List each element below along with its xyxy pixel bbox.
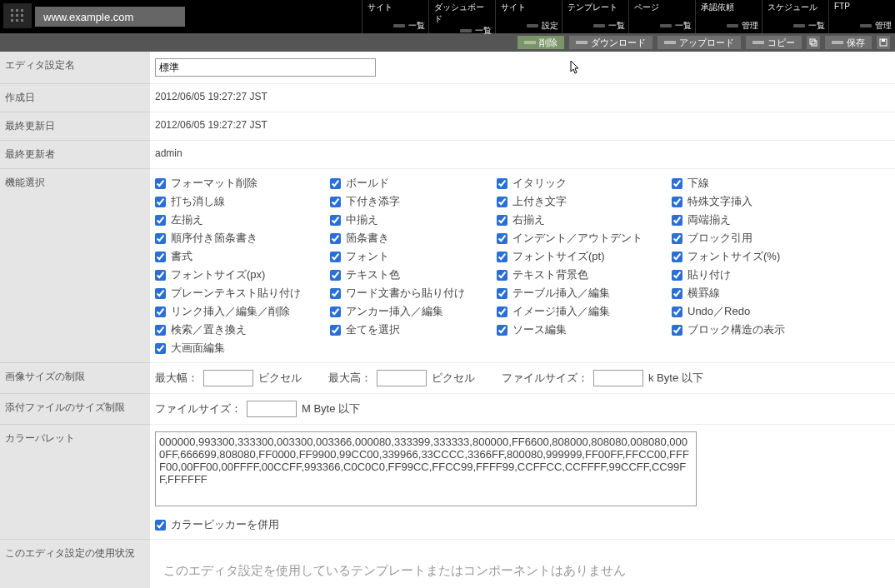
feature-item[interactable]: フォントサイズ(%) <box>672 249 838 264</box>
feature-item[interactable]: テーブル挿入／編集 <box>497 286 672 301</box>
feature-checkbox[interactable] <box>155 233 166 244</box>
feature-item[interactable]: イタリック <box>497 176 672 191</box>
feature-item[interactable]: ワード文書から貼り付け <box>330 286 497 301</box>
feature-item[interactable]: リンク挿入／編集／削除 <box>155 304 330 319</box>
feature-item[interactable]: 下付き添字 <box>330 194 497 209</box>
feature-item[interactable]: 右揃え <box>497 212 672 227</box>
feature-item[interactable]: 全てを選択 <box>330 322 497 337</box>
feature-checkbox[interactable] <box>497 215 508 226</box>
topnav-item-6[interactable]: スケジュール一覧 <box>762 0 828 33</box>
feature-item[interactable]: ブロック引用 <box>672 231 838 246</box>
feature-checkbox[interactable] <box>672 178 682 189</box>
feature-checkbox[interactable] <box>155 325 166 336</box>
feature-checkbox[interactable] <box>497 288 508 299</box>
feature-item[interactable]: プレーンテキスト貼り付け <box>155 286 330 301</box>
use-colorpicker-checkbox[interactable] <box>155 520 166 531</box>
attach-filesize-input[interactable] <box>247 401 297 417</box>
feature-item[interactable]: ソース編集 <box>497 322 672 337</box>
feature-checkbox[interactable] <box>330 325 341 336</box>
delete-button[interactable]: 削除 <box>518 36 564 49</box>
max-height-input[interactable] <box>377 370 427 386</box>
feature-checkbox[interactable] <box>497 252 508 262</box>
feature-checkbox[interactable] <box>330 270 341 281</box>
upload-button[interactable]: アップロード <box>658 36 741 49</box>
feature-item[interactable]: テキスト背景色 <box>497 267 672 282</box>
color-palette-textarea[interactable] <box>155 431 697 506</box>
feature-item[interactable]: 横罫線 <box>672 286 838 301</box>
save-button[interactable]: 保存 <box>825 36 872 49</box>
feature-checkbox[interactable] <box>672 252 682 262</box>
feature-checkbox[interactable] <box>155 306 166 317</box>
feature-checkbox[interactable] <box>497 178 508 189</box>
feature-checkbox[interactable] <box>497 270 508 281</box>
feature-item[interactable]: アンカー挿入／編集 <box>330 304 497 319</box>
feature-checkbox[interactable] <box>497 306 508 317</box>
feature-item[interactable]: 特殊文字挿入 <box>672 194 838 209</box>
feature-checkbox[interactable] <box>155 288 166 299</box>
feature-item[interactable]: 順序付き箇条書き <box>155 231 330 246</box>
feature-item[interactable]: 下線 <box>672 176 838 191</box>
feature-item[interactable]: フォントサイズ(px) <box>155 267 330 282</box>
topnav-item-2[interactable]: サイト設定 <box>495 0 562 33</box>
feature-checkbox[interactable] <box>155 270 166 281</box>
editor-name-input[interactable] <box>155 58 376 77</box>
feature-checkbox[interactable] <box>155 252 166 262</box>
topnav-item-3[interactable]: テンプレート一覧 <box>562 0 628 33</box>
svg-rect-6 <box>11 19 13 22</box>
feature-checkbox[interactable] <box>155 343 166 354</box>
feature-item[interactable]: イメージ挿入／編集 <box>497 304 672 319</box>
feature-checkbox[interactable] <box>672 233 682 244</box>
topnav-item-5[interactable]: 承認依頼管理 <box>695 0 762 33</box>
feature-checkbox[interactable] <box>672 215 682 226</box>
feature-checkbox[interactable] <box>330 252 341 262</box>
feature-checkbox[interactable] <box>330 215 341 226</box>
feature-checkbox[interactable] <box>330 178 341 189</box>
feature-checkbox[interactable] <box>497 197 508 207</box>
site-url[interactable]: www.example.com <box>35 7 185 27</box>
copy-button[interactable]: コピー <box>746 36 802 49</box>
feature-checkbox[interactable] <box>155 178 166 189</box>
app-logo-icon[interactable] <box>3 3 32 28</box>
save-icon[interactable] <box>877 36 890 49</box>
feature-checkbox[interactable] <box>155 197 166 207</box>
feature-item[interactable]: 左揃え <box>155 212 330 227</box>
feature-checkbox[interactable] <box>330 306 341 317</box>
feature-checkbox[interactable] <box>672 197 682 207</box>
mbyte-suffix: M Byte 以下 <box>302 401 360 416</box>
feature-item[interactable]: 両端揃え <box>672 212 838 227</box>
feature-item[interactable]: 検索／置き換え <box>155 322 330 337</box>
feature-item[interactable]: 箇条書き <box>330 231 497 246</box>
feature-item[interactable]: Undo／Redo <box>672 304 838 319</box>
feature-checkbox[interactable] <box>672 270 682 281</box>
feature-item[interactable]: 中揃え <box>330 212 497 227</box>
feature-checkbox[interactable] <box>672 306 682 317</box>
feature-item[interactable]: 大画面編集 <box>155 341 330 356</box>
feature-checkbox[interactable] <box>672 288 682 299</box>
topnav-item-7[interactable]: FTP管理 <box>828 0 895 33</box>
feature-item[interactable]: ボールド <box>330 176 497 191</box>
feature-checkbox[interactable] <box>672 325 682 336</box>
feature-item[interactable]: フォントサイズ(pt) <box>497 249 672 264</box>
feature-checkbox[interactable] <box>497 325 508 336</box>
feature-checkbox[interactable] <box>497 233 508 244</box>
feature-item[interactable]: テキスト色 <box>330 267 497 282</box>
topnav-item-4[interactable]: ページ一覧 <box>628 0 695 33</box>
feature-item[interactable]: 書式 <box>155 249 330 264</box>
feature-checkbox[interactable] <box>330 288 341 299</box>
feature-item[interactable]: 打ち消し線 <box>155 194 330 209</box>
topnav-item-1[interactable]: ダッシュボード一覧 <box>428 0 495 33</box>
feature-item[interactable]: フォーマット削除 <box>155 176 330 191</box>
feature-item[interactable]: インデント／アウトデント <box>497 231 672 246</box>
feature-item[interactable]: フォント <box>330 249 497 264</box>
feature-item[interactable]: 貼り付け <box>672 267 838 282</box>
feature-item[interactable]: 上付き文字 <box>497 194 672 209</box>
download-button[interactable]: ダウンロード <box>569 36 652 49</box>
feature-checkbox[interactable] <box>330 233 341 244</box>
max-width-input[interactable] <box>203 370 253 386</box>
copy-icon[interactable] <box>807 36 820 49</box>
img-filesize-input[interactable] <box>593 370 643 386</box>
feature-checkbox[interactable] <box>330 197 341 207</box>
feature-item[interactable]: ブロック構造の表示 <box>672 322 838 337</box>
topnav-item-0[interactable]: サイト一覧 <box>362 0 428 33</box>
feature-checkbox[interactable] <box>155 215 166 226</box>
